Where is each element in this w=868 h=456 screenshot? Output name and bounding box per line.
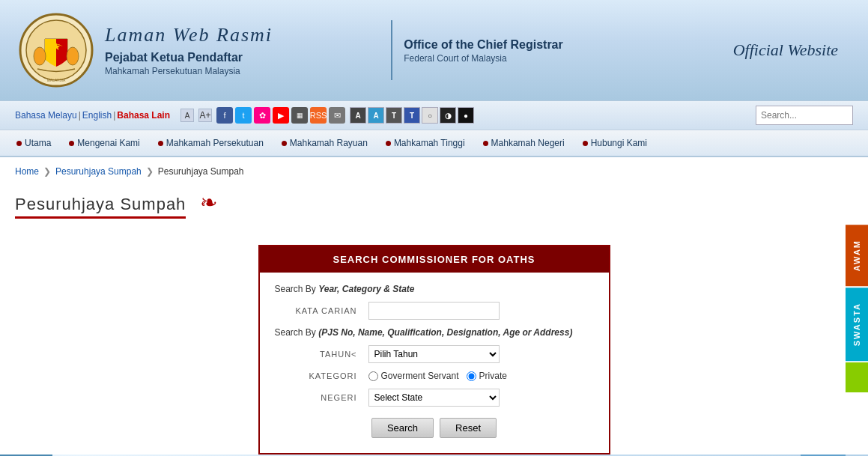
nav-tinggi[interactable]: Mahkamah Tinggi — [377, 130, 474, 156]
nav-persekutuan[interactable]: Mahkamah Persekutuan — [149, 130, 273, 156]
font-decrease-button[interactable]: A — [180, 109, 194, 122]
text-dark-icon[interactable]: A — [350, 107, 366, 124]
side-tab-swasta[interactable]: SWASTA — [846, 288, 868, 361]
form-section2-label: Search By (PJS No, Name, Qualification, … — [275, 327, 594, 338]
negeri-row: NEGERI Select State Kuala Lumpur Selango… — [275, 389, 594, 407]
font-increase-button[interactable]: A+ — [198, 109, 212, 122]
nav-dot — [282, 141, 287, 146]
nav-negeri[interactable]: Mahkamah Negeri — [474, 130, 574, 156]
radio-private-label[interactable]: Private — [467, 371, 507, 381]
toolbar: Bahasa Melayu | English | Bahasa Lain A … — [0, 101, 868, 130]
side-tab-green[interactable] — [846, 362, 868, 392]
lang-bahasa-melayu[interactable]: Bahasa Melayu — [15, 110, 77, 121]
side-tabs: AWAM SWASTA — [846, 225, 868, 392]
social-icons: f t ✿ ▶ ▦ RSS ✉ — [216, 107, 345, 124]
mail-icon[interactable]: ✉ — [329, 107, 345, 124]
text-t2-icon[interactable]: T — [404, 107, 420, 124]
nav-mengenai-label: Mengenai Kami — [77, 138, 139, 148]
breadcrumb-sep1: ❯ — [43, 166, 51, 177]
search-button[interactable]: Search — [371, 418, 434, 438]
kategori-radio-group: Goverment Servant Private — [368, 371, 507, 381]
section2-text: Search By — [275, 327, 316, 338]
section1-em: Year, Category & State — [318, 284, 414, 294]
form-header: SEARCH COMMISSIONER FOR OATHS — [260, 246, 609, 273]
page-title: Pesuruhjaya Sumpah — [15, 195, 186, 214]
header-right-main: Office of the Chief Registrar — [404, 37, 562, 53]
form-body: Search By Year, Category & State KATA CA… — [260, 273, 609, 453]
header-right-sub: Federal Court of Malaysia — [404, 53, 562, 64]
logo: MALAYSIA — [15, 9, 97, 91]
nav-dot — [583, 141, 588, 146]
nav-utama-label: Utama — [25, 138, 51, 148]
kategori-row: KATEGORI Goverment Servant Private — [275, 371, 594, 381]
nav-hubungi[interactable]: Hubungi Kami — [574, 130, 656, 156]
nav-hubungi-label: Hubungi Kami — [591, 138, 647, 148]
nav-rayuan-label: Mahkamah Rayuan — [290, 138, 368, 148]
page-title-area: Pesuruhjaya Sumpah ❧ — [0, 183, 868, 230]
radio-private[interactable] — [467, 371, 476, 381]
twitter-icon[interactable]: t — [235, 107, 252, 124]
kata-carian-row: KATA CARIAN — [275, 302, 594, 320]
radio-private-text: Private — [479, 371, 507, 381]
title-decoration: ❧ — [200, 190, 217, 215]
breadcrumb-item1[interactable]: Pesuruhjaya Sumpah — [55, 166, 142, 177]
nav-bar: Utama Mengenai Kami Mahkamah Persekutuan… — [0, 130, 868, 157]
kategori-label: KATEGORI — [275, 371, 357, 380]
nav-dot — [158, 141, 163, 146]
nav-tinggi-label: Mahkamah Tinggi — [394, 138, 465, 148]
breadcrumb-sep2: ❯ — [146, 166, 154, 177]
nav-rayuan[interactable]: Mahkamah Rayuan — [273, 130, 377, 156]
tahun-row: TAHUN< Pilih Tahun 2023 2022 2021 2020 — [275, 345, 594, 363]
radio-gov-label[interactable]: Goverment Servant — [368, 371, 459, 381]
youtube-icon[interactable]: ▶ — [273, 107, 289, 124]
section1-text: Search By — [275, 284, 316, 294]
main-content: Home ❯ Pesuruhjaya Sumpah ❯ Pesuruhjaya … — [0, 157, 868, 455]
facebook-icon[interactable]: f — [216, 107, 233, 124]
kata-carian-label: KATA CARIAN — [275, 306, 357, 315]
nav-mengenai[interactable]: Mengenai Kami — [60, 130, 148, 156]
lang-bahasa-lain[interactable]: Bahasa Lain — [117, 110, 170, 121]
search-box — [756, 106, 853, 125]
text-halfcircle-icon[interactable]: ◑ — [440, 107, 456, 124]
rss-icon[interactable]: RSS — [310, 107, 327, 124]
header-official: Official Website — [563, 40, 853, 60]
text-t-icon[interactable]: T — [386, 107, 402, 124]
form-section1-label: Search By Year, Category & State — [275, 284, 594, 294]
breadcrumb-item2: Pesuruhjaya Sumpah — [158, 166, 244, 177]
nav-dot — [386, 141, 391, 146]
header-divider — [391, 20, 392, 80]
nav-dot — [16, 141, 22, 146]
lang-english[interactable]: English — [82, 110, 112, 121]
svg-point-3 — [34, 47, 46, 65]
svg-text:MALAYSIA: MALAYSIA — [47, 78, 66, 82]
search-input[interactable] — [756, 106, 853, 125]
header-right: Office of the Chief Registrar Federal Co… — [404, 37, 562, 64]
negeri-select[interactable]: Select State Kuala Lumpur Selangor Johor… — [368, 389, 500, 407]
text-filled-icon[interactable]: ● — [458, 107, 474, 124]
text-size-icons: A A T T ○ ◑ ● — [350, 107, 474, 124]
nav-dot — [69, 141, 74, 146]
breadcrumb-home[interactable]: Home — [15, 166, 39, 177]
text-blue-icon[interactable]: A — [368, 107, 384, 124]
nav-utama[interactable]: Utama — [7, 130, 60, 156]
radio-gov-text: Goverment Servant — [381, 371, 459, 381]
language-links: Bahasa Melayu | English | Bahasa Lain — [15, 110, 170, 121]
header-left-bold: Pejabat Ketua Pendaftar — [105, 49, 380, 66]
header-text: Laman Web Rasmi Pejabat Ketua Pendaftar … — [97, 24, 380, 76]
nav-negeri-label: Mahkamah Negeri — [491, 138, 565, 148]
reset-button[interactable]: Reset — [440, 418, 497, 438]
lang-sep-2: | — [113, 110, 115, 121]
text-circle-icon[interactable]: ○ — [422, 107, 438, 124]
nav-dot — [483, 141, 488, 146]
radio-gov[interactable] — [368, 371, 378, 381]
negeri-label: NEGERI — [275, 393, 357, 402]
tahun-select[interactable]: Pilih Tahun 2023 2022 2021 2020 — [368, 345, 500, 363]
section2-em: (PJS No, Name, Qualification, Designatio… — [318, 327, 572, 338]
flickr-icon[interactable]: ✿ — [254, 107, 270, 124]
side-tab-awam[interactable]: AWAM — [846, 225, 868, 286]
qr-icon[interactable]: ▦ — [291, 107, 308, 124]
kata-carian-input[interactable] — [368, 302, 500, 320]
form-buttons: Search Reset — [275, 418, 594, 442]
tahun-label: TAHUN< — [275, 350, 357, 359]
search-form-container: SEARCH COMMISSIONER FOR OATHS Search By … — [258, 245, 610, 455]
